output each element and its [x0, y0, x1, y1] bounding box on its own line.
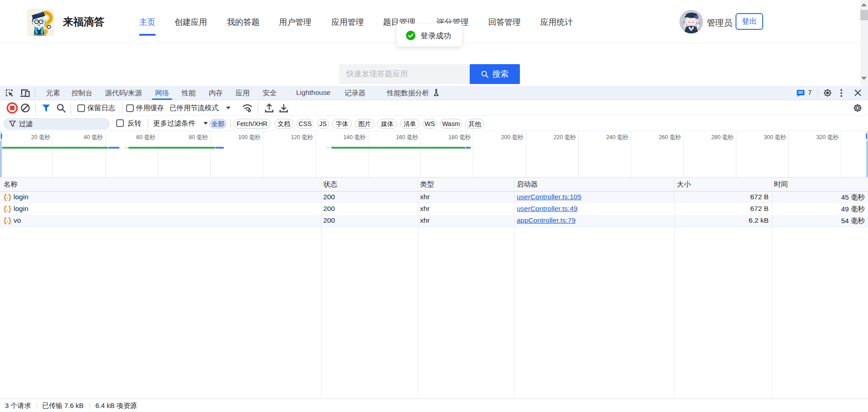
timeline-gridline	[526, 131, 526, 178]
issues-icon[interactable]	[797, 89, 805, 97]
transferred-size[interactable]: 已传输 7.6 kB	[42, 402, 84, 410]
network-row-login-2[interactable]: login 200 xhr userController.ts:49 672 B…	[0, 203, 868, 215]
filter-funnel-icon[interactable]	[42, 104, 50, 112]
settings-gear-icon[interactable]	[823, 89, 832, 97]
user-avatar[interactable]: If You road	[679, 10, 703, 33]
chip-doc[interactable]: 文档	[274, 119, 293, 129]
network-overview-timeline[interactable]: 20 毫秒40 毫秒60 毫秒80 毫秒100 毫秒120 毫秒140 毫秒16…	[0, 131, 868, 178]
column-divider[interactable]	[321, 178, 321, 398]
search-network-icon[interactable]	[57, 103, 66, 113]
timeline-gridline	[473, 131, 473, 178]
throttling-select[interactable]: 已停用节流模式	[170, 103, 219, 113]
tab-application[interactable]: 应用	[236, 89, 250, 98]
timeline-tick-label: 80 毫秒	[189, 134, 208, 141]
timeline-gridline	[52, 131, 53, 178]
timeline-tick-label: 320 毫秒	[816, 134, 839, 141]
chip-manifest[interactable]: 清单	[400, 119, 420, 129]
import-har-icon[interactable]	[264, 103, 274, 113]
throttling-caret-icon[interactable]	[226, 107, 231, 109]
column-divider[interactable]	[674, 178, 675, 398]
network-conditions-icon[interactable]	[242, 103, 252, 113]
chip-media[interactable]: 媒体	[377, 119, 397, 129]
chip-fetch-xhr[interactable]: Fetch/XHR	[233, 119, 271, 129]
web-page: 来福滴答 主页 创建应用 我的答题 用户管理 应用管理 题目管理 评分管理 回答…	[0, 0, 868, 86]
col-header-size[interactable]: 大小	[677, 180, 691, 189]
scrollbar-up-arrow[interactable]	[861, 3, 867, 6]
nav-item-app-mgmt[interactable]: 应用管理	[331, 17, 364, 28]
chip-other[interactable]: 其他	[465, 119, 484, 129]
column-divider[interactable]	[514, 178, 514, 398]
nav-item-home[interactable]: 主页	[139, 17, 156, 28]
tab-performance[interactable]: 性能	[182, 89, 196, 98]
tab-recorder[interactable]: 记录器	[344, 89, 366, 98]
search-button[interactable]: 搜索	[470, 64, 520, 84]
request-initiator-link[interactable]: userController.ts:49	[517, 205, 577, 213]
col-header-type[interactable]: 类型	[420, 180, 434, 189]
tab-console[interactable]: 控制台	[71, 89, 93, 98]
column-divider[interactable]	[772, 178, 772, 398]
col-header-status[interactable]: 状态	[323, 180, 337, 189]
chip-all[interactable]: 全部	[209, 119, 226, 129]
overview-right-handle[interactable]	[865, 131, 868, 141]
search-input[interactable]	[339, 64, 470, 84]
request-initiator-link[interactable]: userController.ts:105	[517, 193, 581, 201]
chip-font[interactable]: 字体	[332, 119, 352, 129]
requests-count[interactable]: 3 个请求	[5, 402, 31, 410]
chip-css[interactable]: CSS	[297, 119, 314, 129]
issues-count[interactable]: 7	[808, 89, 811, 96]
network-settings-gear-icon[interactable]	[853, 103, 862, 112]
timeline-tick-label: 20 毫秒	[31, 134, 50, 141]
nav-item-create-app[interactable]: 创建应用	[175, 17, 207, 28]
close-devtools-icon[interactable]	[854, 89, 861, 96]
chip-ws[interactable]: WS	[423, 119, 437, 129]
timeline-gridline	[420, 131, 421, 178]
resources-size[interactable]: 6.4 kB 项资源	[95, 402, 137, 410]
preserve-log-checkbox[interactable]	[77, 104, 85, 112]
toolbar-separator-2	[71, 103, 71, 113]
scrollbar-thumb[interactable]	[860, 10, 868, 20]
filter-input[interactable]: 过滤	[3, 118, 110, 130]
nav-item-answer-mgmt[interactable]: 回答管理	[488, 17, 521, 28]
chip-img[interactable]: 图片	[355, 119, 374, 129]
col-header-initiator[interactable]: 启动器	[517, 180, 538, 189]
tab-performance-insights[interactable]: 性能数据分析	[387, 89, 439, 98]
request-status: 200	[323, 193, 335, 201]
column-divider[interactable]	[418, 178, 418, 398]
overview-left-edge	[0, 141, 2, 178]
overview-left-handle[interactable]	[0, 131, 3, 141]
brand-logo-icon[interactable]	[27, 9, 54, 36]
page-scrollbar[interactable]	[860, 0, 868, 86]
more-filters-button[interactable]: 更多过滤条件	[153, 119, 195, 128]
table-header-row: 名称 状态 类型 启动器 大小 时间	[0, 178, 868, 192]
scrollbar-down-arrow[interactable]	[861, 77, 867, 80]
inspect-element-icon[interactable]	[5, 89, 14, 98]
more-options-kebab-icon[interactable]	[840, 89, 843, 97]
col-header-time[interactable]: 时间	[774, 180, 788, 189]
tab-sources[interactable]: 源代码/来源	[105, 89, 142, 98]
timeline-tick-label: 160 毫秒	[396, 134, 418, 141]
tab-security[interactable]: 安全	[263, 89, 277, 98]
chip-js[interactable]: JS	[317, 119, 329, 129]
tab-lighthouse[interactable]: Lighthouse	[296, 89, 330, 98]
disable-cache-checkbox[interactable]	[126, 104, 134, 112]
tab-memory[interactable]: 内存	[209, 89, 223, 98]
tab-elements[interactable]: 元素	[46, 89, 60, 98]
col-header-name[interactable]: 名称	[4, 180, 18, 189]
network-row-login-1[interactable]: login 200 xhr userController.ts:105 672 …	[0, 192, 868, 203]
record-network-log-icon[interactable]	[6, 102, 18, 114]
tab-network[interactable]: 网络	[155, 89, 169, 98]
nav-item-user-mgmt[interactable]: 用户管理	[279, 17, 311, 28]
device-toolbar-icon[interactable]	[20, 89, 30, 97]
request-initiator-link[interactable]: appController.ts:79	[517, 216, 576, 225]
chip-wasm[interactable]: Wasm	[440, 119, 462, 129]
network-row-vo[interactable]: vo 200 xhr appController.ts:79 6.2 kB 54…	[0, 215, 868, 227]
nav-item-my-answers[interactable]: 我的答题	[227, 17, 259, 28]
search-button-label: 搜索	[492, 70, 509, 79]
invert-filter-checkbox[interactable]	[116, 119, 124, 127]
nav-item-app-stats[interactable]: 应用统计	[540, 17, 573, 28]
logout-button[interactable]: 登出	[736, 13, 763, 30]
clear-network-log-icon[interactable]	[21, 103, 30, 112]
export-har-icon[interactable]	[279, 103, 288, 113]
overview-right-handle-grip	[866, 134, 867, 139]
more-filters-caret-icon[interactable]	[203, 122, 208, 125]
